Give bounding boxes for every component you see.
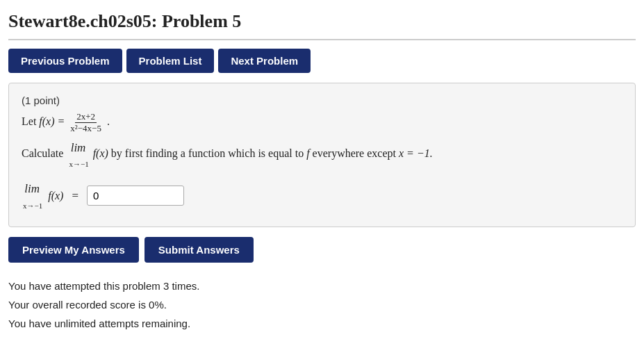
- limit-expression: lim x→−1: [67, 138, 88, 172]
- lim-label: lim: [71, 138, 86, 158]
- instruction-rest: by first finding a function which is equ…: [111, 147, 306, 159]
- action-buttons: Preview My Answers Submit Answers: [0, 237, 644, 274]
- f-italic: f: [306, 147, 309, 159]
- answer-lim-sub: x→−1: [23, 199, 42, 213]
- score-text: Your overall recorded score is 0%.: [8, 295, 636, 314]
- previous-problem-button[interactable]: Previous Problem: [8, 49, 122, 73]
- fx-notation: f(x) =: [39, 115, 67, 127]
- answer-input[interactable]: [87, 186, 184, 206]
- answer-lim-label: lim x→−1: [22, 179, 42, 213]
- problem-line-2: Calculate lim x→−1 f(x) by first finding…: [22, 138, 622, 172]
- page-title: Stewart8e.ch02s05: Problem 5: [8, 6, 636, 40]
- lim-subscript: x→−1: [69, 158, 88, 171]
- submit-answers-button[interactable]: Submit Answers: [145, 237, 254, 263]
- problem-line-1: Let f(x) = 2x+2 x²−4x−5 .: [22, 112, 622, 134]
- equals-sign: =: [72, 186, 79, 206]
- let-text: Let: [22, 115, 39, 127]
- problem-box: (1 point) Let f(x) = 2x+2 x²−4x−5 . Calc…: [8, 83, 636, 227]
- problem-text: Let f(x) = 2x+2 x²−4x−5 . Calculate lim …: [22, 112, 622, 213]
- answer-fx-label: f(x): [48, 186, 63, 205]
- next-problem-button[interactable]: Next Problem: [218, 49, 311, 73]
- remaining-text: You have unlimited attempts remaining.: [8, 314, 636, 333]
- except-text: everywhere except: [313, 147, 399, 159]
- attempts-text: You have attempted this problem 3 times.: [8, 277, 636, 295]
- fx-part: f(x): [93, 147, 108, 159]
- calculate-text: Calculate: [22, 147, 66, 159]
- preview-answers-button[interactable]: Preview My Answers: [8, 237, 139, 263]
- problem-list-button[interactable]: Problem List: [126, 49, 215, 73]
- x-equals: x = −1.: [399, 147, 433, 159]
- nav-buttons: Previous Problem Problem List Next Probl…: [0, 40, 644, 83]
- fraction: 2x+2 x²−4x−5: [69, 112, 103, 134]
- answer-row: lim x→−1 f(x) =: [22, 179, 622, 213]
- fraction-denominator: x²−4x−5: [69, 123, 103, 133]
- status-section: You have attempted this problem 3 times.…: [0, 274, 644, 341]
- fraction-numerator: 2x+2: [75, 112, 97, 123]
- problem-points: (1 point): [22, 94, 622, 106]
